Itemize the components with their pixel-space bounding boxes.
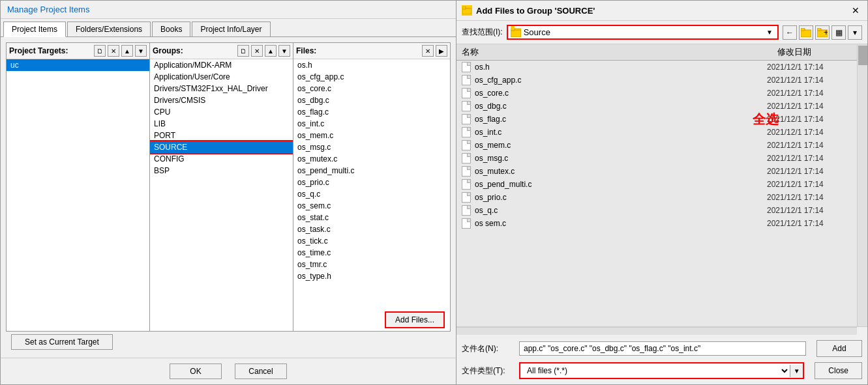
groups-del-btn[interactable]: ✕ [251, 45, 263, 57]
list-item[interactable]: os_sem.c [293, 200, 450, 212]
ok-button[interactable]: OK [170, 364, 222, 379]
file-row[interactable]: os_int.c 2021/12/1 17:14 [456, 126, 857, 139]
add-button[interactable]: Add [816, 340, 862, 357]
file-name: os_prio.c [475, 193, 763, 202]
files-del-btn[interactable]: ✕ [422, 45, 434, 57]
file-row[interactable]: os_mem.c 2021/12/1 17:14 [456, 139, 857, 152]
list-item[interactable]: os_time.c [293, 247, 450, 259]
cancel-button[interactable]: Cancel [235, 364, 287, 379]
targets-up-btn[interactable]: ▲ [121, 45, 133, 57]
list-item[interactable]: os_dbg.c [293, 94, 450, 106]
close-button[interactable]: Close [815, 362, 862, 379]
list-item[interactable]: os_stat.c [293, 212, 450, 223]
location-combo[interactable]: Source ▼ [507, 25, 779, 40]
tab-project-info[interactable]: Project Info/Layer [192, 21, 270, 36]
file-row[interactable]: os_flag.c 2021/12/1 17:14 全选 [456, 113, 857, 126]
list-item[interactable]: os_mutex.c [293, 153, 450, 165]
file-row[interactable]: os_dbg.c 2021/12/1 17:14 [456, 100, 857, 113]
list-item[interactable]: os_tmr.c [293, 259, 450, 270]
targets-down-btn[interactable]: ▼ [135, 45, 147, 57]
main-content: Project Targets: 🗋 ✕ ▲ ▼ uc Groups: 🗋 ✕ … [1, 37, 456, 358]
add-files-button[interactable]: Add Files... [385, 311, 445, 328]
groups-label: Groups: [153, 46, 235, 55]
nav-view-btn[interactable]: ▦ [831, 25, 846, 40]
list-item[interactable]: PORT [150, 130, 293, 141]
groups-list: Application/MDK-ARM Application/User/Cor… [150, 59, 293, 331]
file-icon [462, 140, 471, 150]
file-row[interactable]: os_q.c 2021/12/1 17:14 [456, 204, 857, 217]
list-item[interactable]: Drivers/CMSIS [150, 94, 293, 106]
list-item[interactable]: BSP [150, 165, 293, 177]
file-date: 2021/12/1 17:14 [767, 63, 852, 72]
list-item[interactable]: uc [7, 59, 149, 71]
groups-down-btn[interactable]: ▼ [278, 45, 290, 57]
file-date: 2021/12/1 17:14 [767, 89, 852, 98]
filetype-row: 文件类型(T): All files (*.*) C Source files … [462, 362, 862, 379]
file-row[interactable]: os_msg.c 2021/12/1 17:14 [456, 152, 857, 165]
tab-project-items[interactable]: Project Items [3, 21, 66, 37]
svg-rect-5 [801, 28, 805, 31]
file-icon [462, 179, 471, 190]
list-item[interactable]: os_cfg_app.c [293, 71, 450, 83]
dialog-close-btn[interactable]: ✕ [849, 4, 862, 17]
list-item[interactable]: os_core.c [293, 83, 450, 94]
file-row[interactable]: os sem.c 2021/12/1 17:14 [456, 217, 857, 230]
list-item[interactable]: Application/User/Core [150, 71, 293, 83]
list-item[interactable]: CONFIG [150, 153, 293, 165]
file-icon [462, 218, 471, 229]
list-item[interactable]: LIB [150, 118, 293, 130]
file-row[interactable]: os.h 2021/12/1 17:14 [456, 61, 857, 74]
filetype-select[interactable]: All files (*.*) C Source files (*.c) Hea… [520, 364, 790, 378]
file-date: 2021/12/1 17:14 [767, 219, 852, 228]
scrollbar[interactable] [857, 44, 867, 326]
nav-newfolder-btn[interactable]: + [815, 25, 830, 40]
filename-input[interactable] [519, 341, 806, 356]
filetype-dropdown-arrow[interactable]: ▼ [790, 365, 803, 377]
file-row[interactable]: os_pend_multi.c 2021/12/1 17:14 [456, 178, 857, 191]
set-target-button[interactable]: Set as Current Target [11, 334, 113, 350]
tabs-bar: Project Items Folders/Extensions Books P… [1, 19, 456, 37]
file-row[interactable]: os_core.c 2021/12/1 17:14 [456, 87, 857, 100]
tab-books[interactable]: Books [152, 21, 190, 36]
file-icon [462, 205, 471, 216]
list-item[interactable]: os_tick.c [293, 235, 450, 247]
list-item[interactable]: os_flag.c [293, 106, 450, 118]
list-item[interactable]: os_pend_multi.c [293, 165, 450, 177]
targets-new-btn[interactable]: 🗋 [94, 45, 106, 57]
targets-del-btn[interactable]: ✕ [108, 45, 119, 57]
file-row[interactable]: os_mutex.c 2021/12/1 17:14 [456, 165, 857, 178]
list-item[interactable]: os_int.c [293, 118, 450, 130]
nav-back-btn[interactable]: ← [783, 25, 797, 40]
file-row[interactable]: os_prio.c 2021/12/1 17:14 [456, 191, 857, 204]
list-item[interactable]: CPU [150, 106, 293, 118]
list-item[interactable]: os_msg.c [293, 141, 450, 153]
list-item[interactable]: os_prio.c [293, 177, 450, 188]
file-name: os sem.c [475, 219, 763, 228]
list-item[interactable]: os_type.h [293, 270, 450, 282]
tab-folders-ext[interactable]: Folders/Extensions [67, 21, 151, 36]
scrollbar-thumb[interactable] [858, 46, 867, 65]
list-item[interactable]: Drivers/STM32F1xx_HAL_Driver [150, 83, 293, 94]
list-item-source[interactable]: SOURCE [150, 141, 293, 153]
groups-column: Groups: 🗋 ✕ ▲ ▼ Application/MDK-ARM Appl… [150, 43, 293, 331]
list-item[interactable]: Application/MDK-ARM [150, 59, 293, 71]
list-item[interactable]: os_q.c [293, 188, 450, 200]
file-name: os_msg.c [475, 154, 763, 163]
file-icon [462, 127, 471, 137]
file-list-area: 名称 修改日期 os.h 2021/12/1 17:14 os_cfg_app.… [456, 44, 867, 327]
files-right-btn[interactable]: ▶ [436, 45, 447, 57]
nav-more-btn[interactable]: ▾ [848, 25, 862, 40]
file-icon [462, 153, 471, 164]
nav-folder-btn[interactable] [799, 25, 813, 40]
groups-new-btn[interactable]: 🗋 [237, 45, 249, 57]
list-item[interactable]: os_mem.c [293, 130, 450, 141]
file-row[interactable]: os_cfg_app.c 2021/12/1 17:14 [456, 74, 857, 87]
file-date: 2021/12/1 17:14 [767, 141, 852, 150]
location-dropdown-arrow[interactable]: ▼ [764, 29, 775, 36]
horizontal-scrollbar[interactable] [456, 327, 857, 335]
list-item[interactable]: os_task.c [293, 223, 450, 235]
file-name: os_cfg_app.c [475, 76, 763, 85]
groups-up-btn[interactable]: ▲ [265, 45, 277, 57]
filename-row: 文件名(N): Add [462, 340, 862, 357]
list-item[interactable]: os.h [293, 59, 450, 71]
